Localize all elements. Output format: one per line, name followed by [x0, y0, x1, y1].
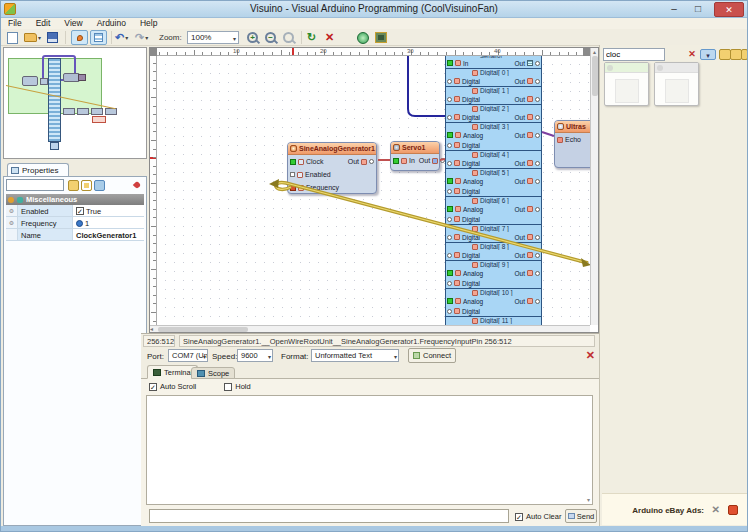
port-tools-icon[interactable]: ✕	[586, 349, 595, 362]
board-input-pin[interactable]: Analog	[447, 132, 483, 139]
tab-scope[interactable]: Scope	[191, 367, 235, 379]
auto-clear-checkbox[interactable]: ✓ Auto Clear	[515, 512, 561, 521]
servo-component[interactable]: Servo1 In Out	[390, 141, 440, 171]
property-value[interactable]: ClockGenerator1	[73, 229, 144, 240]
delete-button[interactable]: ✕	[325, 30, 334, 45]
property-row-frequency[interactable]: ⚙ Frequency 1	[6, 217, 144, 229]
component-header[interactable]: Ultras	[555, 121, 592, 133]
port-combo[interactable]: COM7 (Unav▾	[168, 349, 208, 362]
board-input-pin[interactable]: Digital	[447, 160, 480, 167]
vertical-scrollbar[interactable]: ▴	[590, 48, 598, 325]
properties-filter-input[interactable]	[6, 179, 64, 191]
zoom-reset-button[interactable]	[283, 30, 294, 45]
property-category-row[interactable]: Miscellaneous	[6, 194, 144, 205]
auto-scroll-checkbox[interactable]: ✓ Auto Scroll	[149, 382, 196, 391]
property-value[interactable]: 1	[85, 219, 89, 228]
zoom-out-button[interactable]: −	[265, 30, 276, 45]
board-output-pin[interactable]: Out	[515, 298, 540, 305]
board-output-pin[interactable]: Out	[515, 78, 540, 85]
board-output-pin[interactable]: Out	[515, 252, 540, 259]
design-canvas[interactable]: Serial[0] In Out Digital[ 0 ]DigitalOutD…	[157, 56, 592, 327]
checkbox-checked-icon[interactable]: ✓	[76, 207, 84, 215]
board-input-pin[interactable]: Digital	[447, 188, 480, 195]
board-input-pin[interactable]: Digital	[447, 252, 480, 259]
board-output-pin[interactable]: Out	[515, 178, 540, 185]
board-input-pin[interactable]: Digital	[447, 216, 480, 223]
toolbox-card[interactable]	[654, 62, 699, 106]
board-input-pin[interactable]: Digital	[447, 114, 480, 121]
minimize-button[interactable]: –	[663, 1, 685, 17]
toggle-grid-button[interactable]	[90, 30, 107, 45]
board-input-pin[interactable]: Digital	[447, 96, 480, 103]
filter-icon[interactable]: ▾	[700, 49, 716, 60]
component-header[interactable]: SineAnalogGenerator1	[288, 143, 376, 155]
toolbox-card[interactable]	[604, 62, 649, 106]
send-input[interactable]	[149, 509, 509, 523]
board-output-pin[interactable]: Out	[515, 132, 540, 139]
horizontal-scrollbar[interactable]: ◂	[150, 325, 590, 332]
send-button[interactable]: Send	[565, 509, 597, 523]
ultrasonic-component[interactable]: Ultras Echo	[554, 120, 592, 168]
scroll-left-icon[interactable]: ◂	[150, 326, 153, 332]
maximize-button[interactable]: □	[687, 1, 709, 17]
format-combo[interactable]: Unformatted Text▾	[311, 349, 399, 362]
board-output-pin[interactable]: Out	[515, 114, 540, 121]
terminal-output[interactable]: ▾	[146, 395, 593, 505]
scroll-down-icon[interactable]: ▾	[587, 496, 590, 503]
compile-button[interactable]	[357, 30, 369, 45]
new-project-button[interactable]	[7, 30, 18, 45]
undo-button[interactable]: ↶▾	[115, 30, 128, 45]
menu-view[interactable]: View	[57, 18, 89, 29]
pushpin-icon[interactable]	[131, 180, 142, 191]
board-input-pin[interactable]: Digital	[447, 234, 480, 241]
board-input-pin[interactable]: Digital	[447, 308, 480, 315]
arduino-board-component[interactable]: Serial[0] In Out Digital[ 0 ]DigitalOutD…	[445, 56, 542, 327]
sort-category-icon[interactable]	[81, 180, 92, 191]
hold-checkbox[interactable]: Hold	[224, 382, 250, 391]
property-grid-icon[interactable]	[94, 180, 105, 191]
board-output-pin[interactable]: Out	[515, 160, 540, 167]
property-row-enabled[interactable]: ⚙ Enabled ✓True	[6, 205, 144, 217]
serial-out-pin[interactable]: Out	[515, 60, 540, 67]
board-input-pin[interactable]: Analog	[447, 298, 483, 305]
close-button[interactable]: ✕	[714, 2, 744, 17]
serial-in-pin[interactable]: In	[447, 60, 468, 67]
speed-combo[interactable]: 9600▾	[237, 349, 273, 362]
frequency-pin-row[interactable]: Frequency	[288, 181, 376, 194]
sine-analog-generator-component[interactable]: SineAnalogGenerator1 Clock Out Enabled	[287, 142, 377, 194]
clear-search-icon[interactable]: ✕	[686, 49, 698, 60]
ebay-ad-icon[interactable]	[728, 505, 738, 515]
board-input-pin[interactable]: Digital	[447, 280, 480, 287]
scroll-up-icon[interactable]: ▴	[593, 49, 596, 55]
scrollbar-thumb[interactable]	[158, 327, 248, 332]
zoom-level-combo[interactable]: 100%▾	[187, 31, 239, 44]
board-input-pin[interactable]: Analog	[447, 206, 483, 213]
property-value[interactable]: True	[86, 207, 101, 216]
menu-help[interactable]: Help	[133, 18, 164, 29]
open-project-button[interactable]: ▾	[24, 30, 41, 45]
save-project-button[interactable]	[47, 30, 58, 45]
board-input-pin[interactable]: Analog	[447, 270, 483, 277]
board-output-pin[interactable]: Out	[515, 270, 540, 277]
redo-button[interactable]: ↷▾	[135, 30, 148, 45]
sort-alpha-icon[interactable]	[68, 180, 79, 191]
tools-icon[interactable]: ✕	[712, 504, 720, 515]
board-output-pin[interactable]: Out	[515, 206, 540, 213]
board-output-pin[interactable]: Out	[515, 96, 540, 103]
refresh-button[interactable]: ↻	[307, 30, 316, 45]
upload-to-board-button[interactable]	[375, 30, 387, 45]
category-folder-icon[interactable]	[741, 49, 748, 60]
board-input-pin[interactable]: Analog	[447, 178, 483, 185]
enabled-pin-row[interactable]: Enabled	[288, 168, 376, 181]
clock-pin-row[interactable]: Clock Out	[288, 155, 376, 168]
component-header[interactable]: Servo1	[391, 142, 439, 154]
property-row-name[interactable]: Name ClockGenerator1	[6, 229, 144, 241]
board-input-pin[interactable]: Digital	[447, 78, 480, 85]
toggle-pins-button[interactable]	[71, 30, 88, 45]
board-input-pin[interactable]: Digital	[447, 142, 480, 149]
component-search-input[interactable]	[603, 48, 665, 61]
menu-arduino[interactable]: Arduino	[90, 18, 133, 29]
servo-pin-row[interactable]: In Out	[391, 154, 439, 167]
tab-properties[interactable]: Properties	[7, 163, 69, 176]
scrollbar-thumb[interactable]	[592, 56, 598, 96]
